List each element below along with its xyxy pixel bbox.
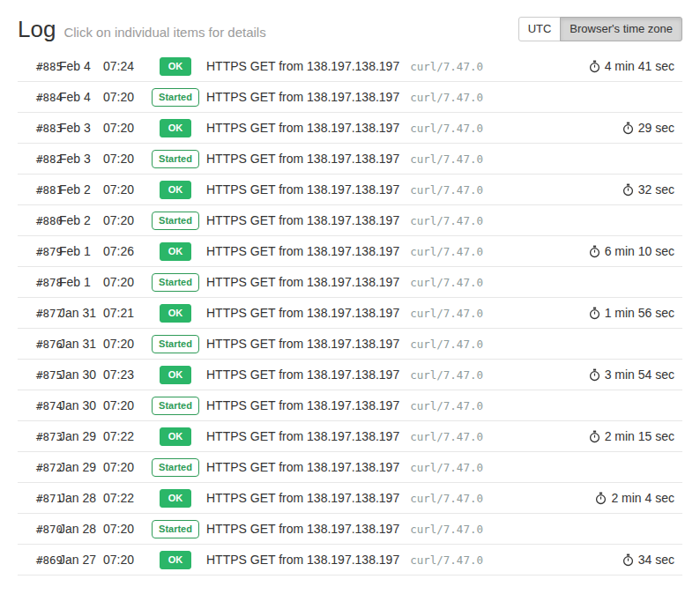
log-row[interactable]: #881 Feb 2 07:20 OK HTTPS GET from 138.1… (18, 174, 682, 205)
user-agent: curl/7.47.0 (410, 461, 483, 474)
user-agent: curl/7.47.0 (410, 553, 483, 567)
status-badge-started: Started (152, 335, 199, 353)
event-date: Jan 30 (59, 368, 103, 382)
status-badge-cell: Started (145, 273, 206, 292)
event-id: #875 (18, 368, 59, 382)
log-row[interactable]: #873 Jan 29 07:22 OK HTTPS GET from 138.… (18, 421, 682, 452)
event-id: #879 (18, 245, 59, 258)
event-time: 07:20 (103, 152, 145, 166)
event-id: #885 (18, 60, 59, 73)
event-description: HTTPS GET from 138.197.138.197 (206, 553, 399, 567)
stopwatch-icon (589, 245, 600, 258)
log-row[interactable]: #883 Feb 3 07:20 OK HTTPS GET from 138.1… (18, 113, 682, 144)
log-row[interactable]: #875 Jan 30 07:23 OK HTTPS GET from 138.… (18, 360, 682, 390)
event-description: HTTPS GET from 138.197.138.197 (206, 306, 399, 320)
status-badge-cell: Started (145, 150, 206, 168)
stopwatch-icon (622, 183, 634, 197)
duration-text: 29 sec (638, 121, 674, 135)
event-description-cell: HTTPS GET from 138.197.138.197 curl/7.47… (206, 121, 483, 135)
event-date: Jan 31 (59, 306, 103, 320)
status-badge-cell: Started (145, 397, 206, 415)
user-agent: curl/7.47.0 (410, 91, 483, 104)
duration-text: 3 min 54 sec (605, 368, 674, 382)
event-time: 07:22 (103, 429, 145, 443)
event-id: #872 (18, 461, 59, 474)
utc-button[interactable]: UTC (518, 17, 562, 41)
log-row[interactable]: #885 Feb 4 07:24 OK HTTPS GET from 138.1… (18, 51, 682, 82)
status-badge-ok: OK (160, 427, 192, 446)
duration-text: 6 min 10 sec (605, 244, 674, 258)
event-id: #884 (18, 91, 59, 104)
event-description-cell: HTTPS GET from 138.197.138.197 curl/7.47… (206, 337, 483, 351)
user-agent: curl/7.47.0 (410, 492, 483, 505)
status-badge-ok: OK (160, 551, 192, 569)
log-row[interactable]: #877 Jan 31 07:21 OK HTTPS GET from 138.… (18, 298, 682, 329)
event-time: 07:20 (103, 182, 145, 197)
status-badge-cell: Started (145, 520, 206, 538)
status-badge-cell: OK (145, 242, 206, 261)
event-date: Jan 30 (59, 398, 103, 412)
status-badge-ok: OK (160, 304, 192, 323)
event-date: Feb 1 (59, 275, 103, 289)
event-time: 07:20 (103, 553, 145, 567)
event-id: #882 (18, 152, 59, 166)
user-agent: curl/7.47.0 (410, 430, 483, 443)
event-time: 07:20 (103, 213, 145, 227)
user-agent: curl/7.47.0 (410, 307, 483, 320)
log-row[interactable]: #878 Feb 1 07:20 Started HTTPS GET from … (18, 267, 682, 298)
status-badge-started: Started (152, 520, 199, 538)
event-description: HTTPS GET from 138.197.138.197 (206, 90, 399, 104)
duration-text: 2 min 15 sec (605, 429, 674, 443)
event-time: 07:20 (103, 337, 145, 351)
event-id: #871 (18, 492, 59, 505)
log-row[interactable]: #871 Jan 28 07:22 OK HTTPS GET from 138.… (18, 483, 682, 514)
log-row[interactable]: #870 Jan 28 07:20 Started HTTPS GET from… (18, 514, 682, 545)
duration-cell: 3 min 54 sec (589, 368, 682, 382)
event-description: HTTPS GET from 138.197.138.197 (206, 121, 399, 135)
event-description: HTTPS GET from 138.197.138.197 (206, 244, 399, 258)
log-row[interactable]: #879 Feb 1 07:26 OK HTTPS GET from 138.1… (18, 236, 682, 267)
event-description: HTTPS GET from 138.197.138.197 (206, 337, 399, 351)
event-id: #881 (18, 183, 59, 197)
event-date: Feb 2 (59, 182, 103, 197)
duration-text: 4 min 41 sec (605, 59, 674, 73)
event-date: Jan 28 (59, 522, 103, 536)
duration-cell: 29 sec (622, 121, 682, 135)
log-row[interactable]: #872 Jan 29 07:20 Started HTTPS GET from… (18, 452, 682, 483)
event-description-cell: HTTPS GET from 138.197.138.197 curl/7.47… (206, 244, 483, 258)
log-row[interactable]: #884 Feb 4 07:20 Started HTTPS GET from … (18, 82, 682, 113)
event-description-cell: HTTPS GET from 138.197.138.197 curl/7.47… (206, 491, 483, 505)
event-id: #878 (18, 276, 59, 289)
timezone-toggle-group: UTC Browser's time zone (518, 17, 682, 41)
duration-cell: 32 sec (622, 182, 682, 197)
stopwatch-icon (589, 430, 600, 443)
event-description-cell: HTTPS GET from 138.197.138.197 curl/7.47… (206, 553, 483, 567)
log-header: Log Click on individual items for detail… (18, 14, 682, 44)
event-description-cell: HTTPS GET from 138.197.138.197 curl/7.47… (206, 460, 483, 474)
log-row[interactable]: #876 Jan 31 07:20 Started HTTPS GET from… (18, 329, 682, 360)
browsers-timezone-button[interactable]: Browser's time zone (560, 17, 682, 41)
log-row[interactable]: #880 Feb 2 07:20 Started HTTPS GET from … (18, 205, 682, 236)
status-badge-cell: Started (145, 458, 206, 477)
page-subtitle: Click on individual items for details (63, 25, 265, 40)
status-badge-cell: OK (145, 489, 206, 508)
log-row[interactable]: #874 Jan 30 07:20 Started HTTPS GET from… (18, 390, 682, 421)
duration-cell: 6 min 10 sec (589, 244, 682, 258)
log-row[interactable]: #869 Jan 27 07:20 OK HTTPS GET from 138.… (18, 545, 682, 575)
event-description-cell: HTTPS GET from 138.197.138.197 curl/7.47… (206, 275, 483, 289)
duration-text: 34 sec (638, 553, 674, 567)
event-description-cell: HTTPS GET from 138.197.138.197 curl/7.47… (206, 306, 483, 320)
event-time: 07:22 (103, 491, 145, 505)
event-date: Jan 29 (59, 429, 103, 443)
duration-cell: 1 min 56 sec (589, 306, 682, 320)
log-row[interactable]: #882 Feb 3 07:20 Started HTTPS GET from … (18, 144, 682, 174)
event-date: Jan 28 (59, 491, 103, 505)
event-time: 07:26 (103, 244, 145, 258)
event-id: #883 (18, 122, 59, 135)
status-badge-ok: OK (160, 181, 192, 199)
event-description: HTTPS GET from 138.197.138.197 (206, 152, 399, 166)
event-description: HTTPS GET from 138.197.138.197 (206, 368, 399, 382)
event-description-cell: HTTPS GET from 138.197.138.197 curl/7.47… (206, 522, 483, 536)
event-description: HTTPS GET from 138.197.138.197 (206, 491, 399, 505)
event-description-cell: HTTPS GET from 138.197.138.197 curl/7.47… (206, 368, 483, 382)
